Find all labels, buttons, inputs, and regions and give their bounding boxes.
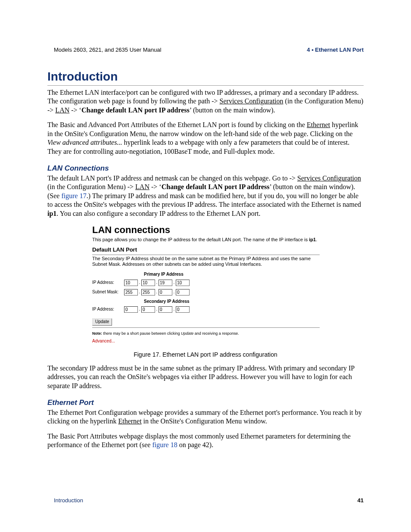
figure-note: Note: there may be a short pause between… xyxy=(92,331,320,336)
link-lan[interactable]: LAN xyxy=(135,183,149,190)
primary-ip-octet-4[interactable]: 10 xyxy=(176,280,190,286)
dot: . xyxy=(172,280,176,286)
bold-text: ip1 xyxy=(309,237,316,242)
link-services-configuration[interactable]: Services Configuration xyxy=(297,174,361,182)
intro-paragraph-2: The Basic and Advanced Port Attributes o… xyxy=(47,121,364,156)
page-footer: Introduction 41 xyxy=(54,497,364,504)
footer-page-number: 41 xyxy=(358,497,364,504)
figure-17-screenshot: LAN connections This page allows you to … xyxy=(92,224,320,344)
dot: . xyxy=(155,307,159,312)
primary-ip-octet-1[interactable]: 10 xyxy=(124,280,138,286)
page-content: Introduction The Ethernet LAN interface/… xyxy=(47,69,364,456)
dot: . xyxy=(155,289,159,295)
text: This page allows you to change the IP ad… xyxy=(92,237,309,242)
text: . xyxy=(316,237,317,242)
primary-ip-octet-2[interactable]: 10 xyxy=(141,280,155,286)
text: and receiving a response. xyxy=(193,331,239,336)
header-left: Models 2603, 2621, and 2635 User Manual xyxy=(54,47,161,53)
link-lan[interactable]: LAN xyxy=(55,106,69,114)
italic-text: Update xyxy=(181,331,193,336)
secondary-ip-octet-2[interactable]: 0 xyxy=(141,306,155,313)
divider xyxy=(92,255,320,255)
text: (in the Configuration Menu) -> xyxy=(47,183,135,190)
subnet-mask-octet-1[interactable]: 255 xyxy=(124,289,138,296)
subnet-mask-octet-2[interactable]: 255 xyxy=(141,289,155,296)
primary-ip-row: IP Address: 10.10.19.10 xyxy=(92,278,320,287)
figure-section-title: Default LAN Port xyxy=(92,246,320,254)
text: on page 42). xyxy=(177,441,214,448)
header-right: 4 • Ethernet LAN Port xyxy=(307,47,364,53)
text: The Basic and Advanced Port Attributes o… xyxy=(47,121,307,128)
bold-text: Change default LAN port IP address xyxy=(81,106,190,114)
bold-text: ip1 xyxy=(47,210,56,217)
subnet-mask-row: Subnet Mask: 255.255.0.0 xyxy=(92,288,320,296)
subnet-mask-octet-3[interactable]: 0 xyxy=(159,289,172,296)
subnet-mask-label: Subnet Mask: xyxy=(92,289,124,295)
page-header: Models 2603, 2621, and 2635 User Manual … xyxy=(54,47,364,53)
text: .) The primary IP address and mask can b… xyxy=(47,192,361,208)
figure-reference-17[interactable]: figure 17 xyxy=(61,192,86,199)
advanced-link[interactable]: Advanced... xyxy=(92,339,320,344)
text: ’ (button on the main window). xyxy=(190,106,275,114)
primary-ip-octet-3[interactable]: 19 xyxy=(159,280,172,286)
update-button[interactable]: Update xyxy=(92,318,112,326)
intro-paragraph-1: The Ethernet LAN interface/port can be c… xyxy=(47,88,364,115)
figure-reference-18[interactable]: figure 18 xyxy=(152,441,177,448)
footer-left: Introduction xyxy=(54,497,83,504)
link-ethernet[interactable]: Ethernet xyxy=(118,417,141,425)
secondary-ip-octet-4[interactable]: 0 xyxy=(176,306,190,313)
text: in the OnSite's Configuration Menu windo… xyxy=(142,417,267,425)
section-title-introduction: Introduction xyxy=(47,69,364,86)
link-ethernet[interactable]: Ethernet xyxy=(307,121,330,128)
subsection-title-lan-connections: LAN Connections xyxy=(47,164,364,173)
link-services-configuration[interactable]: Services Configuration xyxy=(220,97,283,105)
ip-configuration-grid: Primary IP Address IP Address: 10.10.19.… xyxy=(92,270,320,314)
ethernet-paragraph-1: The Ethernet Port Configuration webpage … xyxy=(47,408,364,426)
primary-ip-header: Primary IP Address xyxy=(92,270,320,278)
secondary-ip-row: IP Address: 0.0.0.0 xyxy=(92,305,320,314)
ethernet-paragraph-2: The Basic Port Attributes webpage displa… xyxy=(47,432,364,450)
figure-heading: LAN connections xyxy=(92,224,320,236)
divider xyxy=(92,327,320,328)
bold-text: Change default LAN port IP address xyxy=(162,183,270,190)
secondary-ip-octet-1[interactable]: 0 xyxy=(124,306,138,313)
lan-paragraph-1: The default LAN port's IP address and ne… xyxy=(47,174,364,218)
dot: . xyxy=(138,289,141,295)
text: The default LAN port's IP address and ne… xyxy=(47,174,297,182)
post-figure-paragraph: The secondary IP address must be in the … xyxy=(47,364,364,390)
dot: . xyxy=(138,307,141,312)
ip-address-label: IP Address: xyxy=(92,280,124,286)
figure-intro-text: This page allows you to change the IP ad… xyxy=(92,237,320,243)
subsection-title-ethernet-port: Ethernet Port xyxy=(47,398,364,408)
dot: . xyxy=(155,280,159,286)
dot: . xyxy=(138,280,141,286)
note-label: Note: xyxy=(92,331,102,336)
figure-17-caption: Figure 17. Ethernet LAN port IP address … xyxy=(47,351,364,359)
figure-section-description: The Secondary IP Address should be on th… xyxy=(92,256,320,268)
text: -> ‘ xyxy=(69,106,81,114)
text: . You can also configure a secondary IP … xyxy=(56,210,260,217)
subnet-mask-octet-4[interactable]: 0 xyxy=(176,289,190,296)
dot: . xyxy=(172,289,176,295)
italic-text: View advanced attributes... xyxy=(47,139,122,146)
ip-address-label: IP Address: xyxy=(92,307,124,312)
dot: . xyxy=(172,307,176,312)
text: there may be a short pause between click… xyxy=(102,331,181,336)
secondary-ip-octet-3[interactable]: 0 xyxy=(159,306,172,313)
secondary-ip-header: Secondary IP Address xyxy=(92,297,320,305)
text: -> ‘ xyxy=(149,183,162,190)
